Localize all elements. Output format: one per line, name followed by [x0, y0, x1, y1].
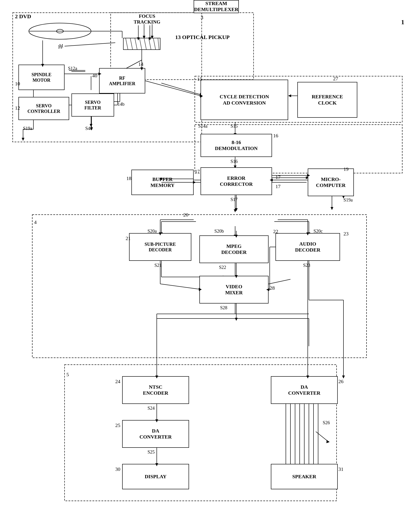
s21-label: S21 — [154, 263, 162, 268]
num-17-left: 17 — [195, 169, 200, 174]
servo-controller-block: SERVOCONTROLLER — [18, 97, 69, 120]
num-11: 11 — [59, 43, 64, 49]
s40-label: S40 — [85, 126, 92, 131]
spindle-motor-block: SPINDLEMOTOR — [18, 65, 65, 90]
s14a-label: S14a — [198, 124, 208, 129]
num-17-right: 17 — [276, 174, 281, 180]
da-converter-audio-block: DACONVERTER — [271, 376, 338, 404]
dvd-disc — [28, 22, 92, 40]
buffer-memory-block: BUFFERMEMORY — [131, 170, 194, 195]
num-27: 27 — [333, 76, 338, 82]
num-10: 10 — [15, 81, 20, 87]
audio-decoder-block: AUDIODECODER — [276, 233, 340, 261]
svg-line-155 — [316, 432, 327, 441]
s12a-label: S12a — [68, 66, 77, 71]
num-15: 15 — [197, 76, 202, 82]
svg-marker-117 — [235, 208, 238, 211]
s25-label: S25 — [148, 449, 155, 455]
s22-label: S22 — [219, 265, 226, 270]
subpicture-decoder-block: SUB-PICTUREDECODER — [129, 233, 191, 261]
svg-marker-107 — [143, 36, 145, 39]
num-19: 19 — [344, 166, 349, 172]
s15-label: S15 — [231, 124, 238, 129]
num-24: 24 — [115, 379, 120, 385]
svg-line-13 — [139, 38, 142, 50]
svg-rect-9 — [123, 38, 160, 50]
svg-marker-166 — [330, 207, 333, 210]
s28-label: S28 — [220, 305, 227, 310]
s24-label: S24 — [148, 405, 155, 411]
num-4: 4 — [34, 219, 37, 225]
stream-demux-block: STREAMDEMULTIPLEXER — [194, 0, 239, 13]
num-26: 26 — [338, 379, 344, 385]
num-28: 28 — [270, 285, 275, 291]
num-5: 5 — [66, 372, 69, 378]
svg-line-21 — [65, 43, 115, 46]
num-3: 3 — [201, 14, 203, 21]
svg-marker-32 — [22, 138, 24, 141]
svg-line-104 — [145, 81, 201, 96]
demodulation-block: 8-16DEMODULATION — [201, 134, 272, 157]
speaker-block: SPEAKER — [271, 464, 338, 489]
svg-line-15 — [149, 38, 151, 50]
display-block: DISPLAY — [122, 464, 189, 489]
s19a-right: S19a — [344, 197, 353, 203]
s16-label: S16 — [231, 159, 238, 164]
num-14b: 14b — [118, 101, 125, 107]
num-18: 18 — [126, 175, 131, 181]
num-23: 23 — [344, 231, 349, 237]
svg-marker-136 — [235, 318, 238, 321]
num-40-label: 40 — [92, 73, 97, 79]
s19a-left: S19a — [23, 126, 32, 131]
svg-line-127 — [160, 284, 199, 289]
s20b-label: S20b — [214, 228, 224, 234]
num-12: 12 — [15, 105, 20, 111]
svg-marker-85 — [149, 37, 151, 40]
rf-amplifier-block: RFAMPLIFIER — [99, 68, 145, 93]
diagram-container: 2 DVD FOCUSTRACKING 3 13 OPTICAL PICKUP … — [0, 0, 420, 520]
svg-marker-156 — [326, 440, 330, 443]
num-16: 16 — [273, 133, 278, 139]
svg-point-97 — [56, 29, 63, 33]
s23-label: S23 — [303, 263, 310, 268]
svg-marker-83 — [137, 37, 140, 40]
svg-line-12 — [135, 38, 137, 50]
microcomputer-block: MICRO-COMPUTER — [308, 169, 354, 196]
ntsc-encoder-block: NTSCENCODER — [122, 376, 189, 404]
cycle-detection-block: CYCLE DETECTIONAD CONVERSION — [201, 80, 288, 120]
video-mixer-block: VIDEOMIXER — [199, 276, 269, 303]
svg-marker-50 — [234, 209, 237, 212]
num-17-right2: 17 — [276, 184, 281, 189]
reference-clock-block: REFERENCECLOCK — [297, 82, 357, 118]
mpeg-decoder-block: MPEGDECODER — [199, 235, 269, 263]
system-num: 1 — [401, 18, 404, 26]
svg-line-16 — [153, 38, 156, 50]
dvd-label: 2 DVD — [15, 13, 31, 20]
optical-pickup-label: 13 OPTICAL PICKUP — [175, 34, 230, 40]
num-30: 30 — [115, 466, 120, 472]
num-25: 25 — [115, 422, 120, 428]
svg-marker-109 — [151, 36, 154, 39]
svg-line-17 — [158, 38, 159, 50]
error-corrector-block: ERRORCORRECTOR — [201, 167, 272, 195]
svg-marker-67 — [342, 375, 345, 379]
num-31: 31 — [338, 466, 344, 472]
num-14: 14 — [138, 61, 143, 67]
svg-line-22 — [161, 83, 201, 95]
svg-marker-36 — [288, 94, 291, 97]
focus-tracking-label: FOCUSTRACKING — [134, 13, 160, 25]
da-converter-video-block: DACONVERTER — [122, 420, 189, 448]
servo-filter-block: SERVOFILTER — [71, 93, 114, 116]
s26-label: S26 — [323, 420, 330, 425]
svg-line-14 — [144, 38, 146, 50]
svg-line-10 — [126, 38, 128, 50]
s17-label: S17 — [231, 197, 238, 202]
num-21: 21 — [126, 235, 131, 241]
num-20: 20 — [183, 212, 188, 218]
svg-line-11 — [130, 38, 133, 50]
